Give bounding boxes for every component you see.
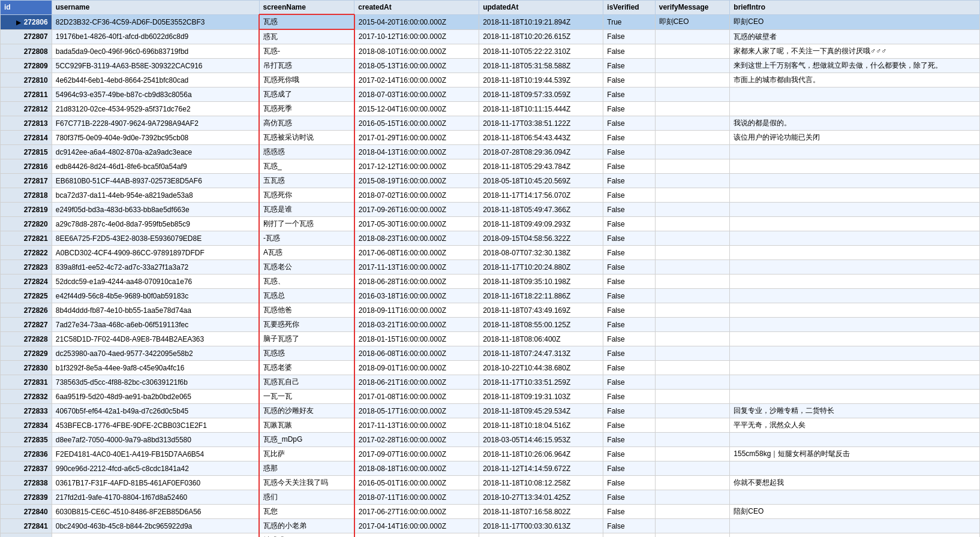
table-row[interactable]: 272816edb84426-8d24-46d1-8fe6-bca5f0a54a…	[1, 159, 980, 174]
col-header-verifymessage[interactable]: verifyMessage	[655, 1, 730, 15]
cell-updatedat: 2018-11-18T10:19:44.539Z	[479, 73, 603, 88]
col-header-id[interactable]: id	[1, 1, 52, 15]
table-row[interactable]: 2728095CC929FB-3119-4A63-B58E-309322CAC9…	[1, 59, 980, 73]
cell-screenname: 惑那	[259, 461, 354, 476]
table-row[interactable]: 2728410bc2490d-463b-45c8-b844-2bc965922d…	[1, 519, 980, 533]
table-row[interactable]: 2728326aa951f9-5d20-48d9-ae91-ba2b0bd2e0…	[1, 390, 980, 404]
table-row[interactable]: 272830b1f3292f-8e5a-44ee-9af8-c45e90a4fc…	[1, 361, 980, 375]
cell-id: 272834	[1, 418, 52, 433]
cell-screenname: 瓦惑死你	[259, 188, 354, 203]
cell-briefintro	[730, 332, 980, 346]
col-header-createdat[interactable]: createdAt	[354, 1, 479, 15]
cell-verifymessage	[655, 102, 730, 116]
cell-updatedat: 2018-11-18T10:11:15.444Z	[479, 102, 603, 116]
table-row[interactable]: 272834453BFECB-1776-4FBE-9DFE-2CBB03C1E2…	[1, 418, 980, 433]
cell-briefintro	[730, 274, 980, 289]
table-row[interactable]: 272825e42f44d9-56c8-4b5e-9689-b0f0ab5918…	[1, 289, 980, 303]
cell-screenname: 瓦您	[259, 505, 354, 519]
cell-briefintro	[730, 461, 980, 476]
table-row[interactable]: 27283803617B17-F31F-4AFD-81B5-461AF0EF03…	[1, 476, 980, 490]
table-row[interactable]: 272813F67C771B-2228-4907-9624-9A7298A94A…	[1, 116, 980, 131]
cell-screenname: 五瓦惑	[259, 174, 354, 188]
table-row[interactable]: 272822A0BCD302-4CF4-4909-86CC-97891897DF…	[1, 246, 980, 260]
table-row[interactable]: 27281221d83120-02ce-4534-9529-a5f371dc76…	[1, 102, 980, 116]
cell-isverified: True	[603, 14, 655, 29]
cell-id: 272826	[1, 303, 52, 318]
cell-isverified: False	[603, 433, 655, 447]
table-row[interactable]: 2728104e62b44f-6eb1-4ebd-8664-2541bfc80c…	[1, 73, 980, 88]
table-row[interactable]: ▶ 27280682D23B32-CF36-4C59-AD6F-D05E3552…	[1, 14, 980, 29]
cell-isverified: False	[603, 231, 655, 246]
cell-verifymessage	[655, 217, 730, 231]
cell-id: 272839	[1, 490, 52, 505]
table-row[interactable]: 272837990ce96d-2212-4fcd-a6c5-c8cdc1841a…	[1, 461, 980, 476]
table-row[interactable]: 27280719176be1-4826-40f1-afcd-db6022d6c8…	[1, 29, 980, 44]
table-row[interactable]: 272814780f37f5-0e09-404e-9d0e-7392bc95cb…	[1, 131, 980, 145]
table-row[interactable]: 272842287a456a-7051-414d-9bdd-7d54862227…	[1, 533, 980, 538]
cell-username: 6030B815-CE6C-4510-8486-8F2EB85D6A56	[52, 505, 259, 519]
cell-username: A0BCD302-4CF4-4909-86CC-97891897DFDF	[52, 246, 259, 260]
cell-isverified: False	[603, 289, 655, 303]
cell-id: 272828	[1, 332, 52, 346]
table-row[interactable]: 2728406030B815-CE6C-4510-8486-8F2EB85D6A…	[1, 505, 980, 519]
table-row[interactable]: 272808bada5da9-0ec0-496f-96c0-696b83719f…	[1, 44, 980, 59]
table-row[interactable]: 272818bca72d37-da11-44eb-954e-a8219ade53…	[1, 188, 980, 203]
cell-screenname: 瓦惑老婆	[259, 361, 354, 375]
cell-username: 5CC929FB-3119-4A63-B58E-309322CAC916	[52, 59, 259, 73]
col-header-updatedat[interactable]: updatedAt	[479, 1, 603, 15]
col-header-screenname[interactable]: screenName	[259, 1, 354, 15]
cell-screenname: 瓦惑死季	[259, 102, 354, 116]
table-row[interactable]: 2728268b4d4ddd-fb87-4e10-bb55-1aa5e78d74…	[1, 303, 980, 318]
table-row[interactable]: 27281154964c93-e357-49be-b87c-cb9d83c805…	[1, 88, 980, 102]
cell-screenname: 瓦惑的沙雕好友	[259, 404, 354, 418]
cell-username: a29c78d8-287c-4e0d-8da7-959fb5eb85c9	[52, 217, 259, 231]
table-row[interactable]: 272823839a8fd1-ee52-4c72-ad7c-33a27f1a3a…	[1, 260, 980, 274]
table-row[interactable]: 272820a29c78d8-287c-4e0d-8da7-959fb5eb85…	[1, 217, 980, 231]
table-row[interactable]: 272817EB6810B0-51CF-44AB-8937-02573E8D5A…	[1, 174, 980, 188]
cell-createdat: 2015-08-19T16:00:00.000Z	[354, 174, 479, 188]
table-row[interactable]: 272839217fd2d1-9afe-4170-8804-1f67d8a524…	[1, 490, 980, 505]
cell-isverified: False	[603, 29, 655, 44]
table-row[interactable]: 27282452dcdc59-e1a9-4244-aa48-070910ca1e…	[1, 274, 980, 289]
cell-id: 272837	[1, 461, 52, 476]
table-row[interactable]: 27282821C58D1D-7F02-44D8-A9E8-7B44B2AEA3…	[1, 332, 980, 346]
cell-updatedat: 2018-05-18T10:45:20.569Z	[479, 174, 603, 188]
cell-username: dc253980-aa70-4aed-9577-3422095e58b2	[52, 346, 259, 361]
table-row[interactable]: 27283340670b5f-ef64-42a1-b49a-d7c26d0c5b…	[1, 404, 980, 418]
table-row[interactable]: 272829dc253980-aa70-4aed-9577-3422095e58…	[1, 346, 980, 361]
col-header-username[interactable]: username	[52, 1, 259, 15]
cell-updatedat: 2018-11-18T06:54:43.443Z	[479, 131, 603, 145]
cell-username: 6aa951f9-5d20-48d9-ae91-ba2b0bd2e065	[52, 390, 259, 404]
table-row[interactable]: 272836F2ED4181-4AC0-40E1-A419-FB15D7AA6B…	[1, 447, 980, 461]
table-row[interactable]: 2728218EE6A725-F2D5-43E2-8038-E5936079ED…	[1, 231, 980, 246]
cell-screenname: 钟惑惑	[259, 533, 354, 538]
cell-verifymessage	[655, 404, 730, 418]
cell-briefintro	[730, 159, 980, 174]
table-row[interactable]: 2728277ad27e34-73aa-468c-a6eb-06f519113f…	[1, 318, 980, 332]
cell-id: 272807	[1, 29, 52, 44]
cell-verifymessage	[655, 246, 730, 260]
cell-createdat: 2017-06-08T16:00:00.000Z	[354, 246, 479, 260]
cell-briefintro	[730, 289, 980, 303]
col-header-isverified[interactable]: isVerified	[603, 1, 655, 15]
cell-briefintro	[730, 318, 980, 332]
table-row[interactable]: 272831738563d5-d5cc-4f88-82bc-c30639121f…	[1, 375, 980, 390]
cell-isverified: False	[603, 274, 655, 289]
cell-isverified: False	[603, 174, 655, 188]
table-row[interactable]: 272835d8ee7af2-7050-4000-9a79-a8bd313d55…	[1, 433, 980, 447]
cell-briefintro	[730, 390, 980, 404]
cell-verifymessage	[655, 73, 730, 88]
table-row[interactable]: 272819e249f05d-bd3a-483d-b633-bb8ae5df66…	[1, 203, 980, 217]
cell-screenname: 瓦惑是谁	[259, 203, 354, 217]
cell-verifymessage	[655, 476, 730, 490]
cell-id: 272821	[1, 231, 52, 246]
table-row[interactable]: 272815dc9142ee-a6a4-4802-870a-a2a9adc3ea…	[1, 145, 980, 159]
col-header-briefintro[interactable]: briefIntro	[730, 1, 980, 15]
cell-screenname: 瓦惑惑	[259, 346, 354, 361]
cell-verifymessage	[655, 29, 730, 44]
cell-id: 272830	[1, 361, 52, 375]
cell-updatedat: 2018-11-18T09:57:33.059Z	[479, 88, 603, 102]
cell-createdat: 2018-06-21T16:00:00.000Z	[354, 375, 479, 390]
cell-isverified: False	[603, 303, 655, 318]
cell-updatedat: 2018-11-18T10:19:21.894Z	[479, 14, 603, 29]
